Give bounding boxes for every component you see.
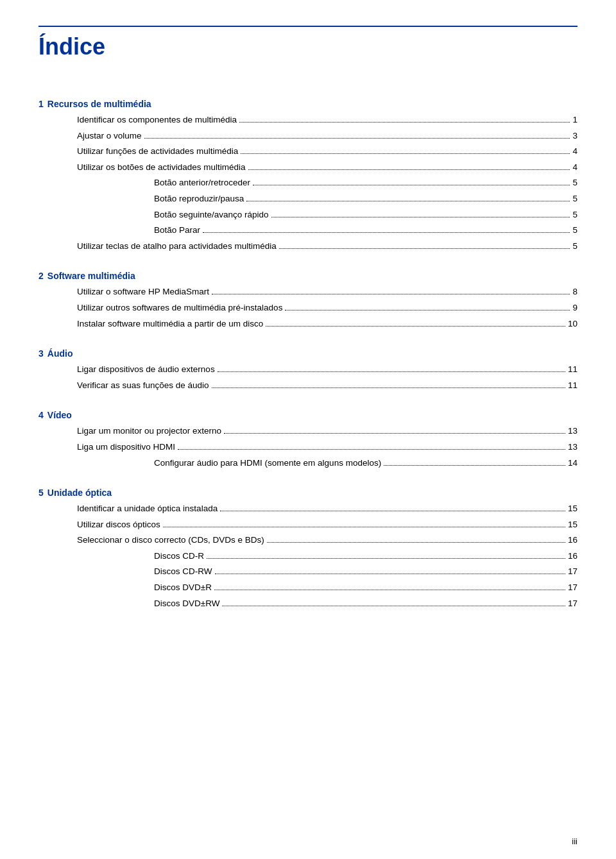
- section-number-5: 5: [38, 488, 44, 498]
- toc-entry: Configurar áudio para HDMI (somente em a…: [38, 456, 578, 470]
- toc-entry: Liga um dispositivo HDMI 13: [38, 440, 578, 454]
- toc-container: 1Recursos de multimédia Identificar os c…: [38, 99, 578, 610]
- toc-entry: Identificar a unidade óptica instalada 1…: [38, 502, 578, 516]
- toc-entry: Utilizar discos ópticos 15: [38, 518, 578, 532]
- toc-entry: Instalar software multimédia a partir de…: [38, 317, 578, 331]
- toc-entry: Botão anterior/retroceder 5: [38, 176, 578, 190]
- section-number-3: 3: [38, 348, 44, 359]
- toc-entry: Discos DVD±RW 17: [38, 597, 578, 611]
- toc-entry: Botão Parar 5: [38, 223, 578, 237]
- toc-entry: Seleccionar o disco correcto (CDs, DVDs …: [38, 533, 578, 547]
- section-number-2: 2: [38, 271, 44, 281]
- section-number-4: 4: [38, 410, 44, 420]
- toc-entry: Identificar os componentes de multimédia…: [38, 113, 578, 127]
- toc-entry: Utilizar teclas de atalho para actividad…: [38, 239, 578, 253]
- toc-entry: Discos CD-RW 17: [38, 565, 578, 579]
- toc-entry: Discos CD-R 16: [38, 549, 578, 563]
- section-heading-5: 5Unidade óptica: [38, 488, 578, 498]
- section-heading-4: 4Vídeo: [38, 410, 578, 420]
- toc-entry: Ligar dispositivos de áudio externos 11: [38, 362, 578, 377]
- toc-entry: Verificar as suas funções de áudio 11: [38, 378, 578, 393]
- page-footer: iii: [572, 837, 578, 846]
- toc-entry: Discos DVD±R 17: [38, 581, 578, 595]
- toc-entry: Ajustar o volume 3: [38, 129, 578, 143]
- toc-entry: Utilizar o software HP MediaSmart 8: [38, 285, 578, 299]
- page-title: Índice: [38, 33, 578, 60]
- section-heading-1: 1Recursos de multimédia: [38, 99, 578, 109]
- toc-entry: Ligar um monitor ou projector externo 13: [38, 424, 578, 438]
- section-heading-2: 2Software multimédia: [38, 271, 578, 281]
- toc-entry: Botão reproduzir/pausa 5: [38, 192, 578, 206]
- section-heading-3: 3Áudio: [38, 348, 578, 359]
- toc-entry: Utilizar os botões de actividades multim…: [38, 160, 578, 174]
- section-number-1: 1: [38, 99, 44, 109]
- toc-entry: Utilizar outros softwares de multimédia …: [38, 301, 578, 315]
- toc-entry: Utilizar funções de actividades multiméd…: [38, 144, 578, 158]
- toc-entry: Botão seguinte/avanço rápido 5: [38, 208, 578, 222]
